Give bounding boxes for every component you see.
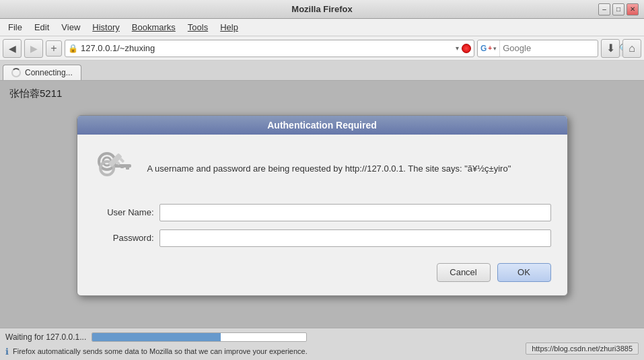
forward-button[interactable]: ▶ — [24, 39, 43, 58]
url-bar[interactable]: 🔒 ▾ — [65, 40, 474, 57]
svg-rect-4 — [120, 164, 124, 168]
modal-body: A username and password are being reques… — [77, 135, 567, 295]
waiting-text: Waiting for 127.0.0.1... — [5, 332, 86, 342]
modal-title-bar: Authentication Required — [77, 116, 567, 135]
status-url: https://blog.csdn.net/zhuri3885 — [526, 343, 639, 355]
modal-title: Authentication Required — [267, 120, 377, 131]
menu-help[interactable]: Help — [215, 21, 244, 34]
search-engine-button[interactable]: G + ▾ — [478, 40, 500, 57]
new-tab-button[interactable]: + — [46, 40, 62, 57]
menu-edit[interactable]: Edit — [29, 21, 55, 34]
username-input[interactable] — [159, 204, 551, 221]
toolbar: ◀ ▶ + 🔒 ▾ G + ▾ 🔍 ⬇ ⌂ — [0, 36, 644, 61]
menu-view[interactable]: View — [56, 21, 85, 34]
search-engine-plus: + — [488, 44, 492, 52]
username-row: User Name: — [94, 204, 551, 221]
tab-label: Connecting... — [25, 68, 73, 77]
cancel-button[interactable]: Cancel — [437, 263, 491, 282]
modal-message: A username and password are being reques… — [147, 162, 511, 176]
status-url-text: https://blog.csdn.net/zhuri3885 — [526, 343, 639, 355]
back-icon: ◀ — [9, 43, 16, 54]
password-input[interactable] — [159, 229, 551, 247]
lock-icon: 🔒 — [68, 44, 78, 53]
modal-overlay: Authentication Required — [0, 81, 644, 330]
tab-bar: Connecting... — [0, 61, 644, 81]
status-info-text: Firefox automatically sends some data to… — [13, 347, 308, 355]
url-input[interactable] — [81, 43, 453, 53]
search-engine-label: G — [480, 44, 487, 53]
search-dropdown-icon: ▾ — [493, 45, 497, 52]
stop-button[interactable] — [462, 44, 471, 53]
menu-file[interactable]: File — [3, 21, 28, 34]
menu-tools[interactable]: Tools — [182, 21, 213, 34]
menu-history[interactable]: History — [87, 21, 124, 34]
search-bar[interactable]: G + ▾ 🔍 — [477, 40, 598, 57]
close-button[interactable]: ✕ — [627, 3, 639, 15]
info-icon: ℹ — [5, 347, 9, 357]
key-icon — [94, 148, 134, 190]
downloads-button[interactable]: ⬇ — [601, 39, 620, 58]
home-button[interactable]: ⌂ — [622, 39, 641, 58]
loading-spinner — [11, 68, 21, 77]
window-title: Mozilla Firefox — [46, 4, 598, 14]
plus-icon: + — [50, 42, 57, 55]
modal-message-row: A username and password are being reques… — [94, 148, 551, 190]
username-label: User Name: — [94, 207, 154, 217]
home-icon: ⌂ — [629, 42, 635, 55]
main-content: 张怡蓉5211 Authentication Required — [0, 81, 644, 330]
menu-bar: File Edit View History Bookmarks Tools H… — [0, 19, 644, 36]
auth-dialog: Authentication Required — [77, 115, 568, 296]
menu-bookmarks[interactable]: Bookmarks — [127, 21, 181, 34]
ok-button[interactable]: OK — [497, 263, 551, 282]
active-tab[interactable]: Connecting... — [3, 65, 81, 80]
url-dropdown-icon[interactable]: ▾ — [456, 44, 459, 52]
maximize-button[interactable]: □ — [612, 3, 624, 15]
title-bar: Mozilla Firefox – □ ✕ — [0, 0, 644, 19]
download-icon: ⬇ — [606, 42, 615, 55]
minimize-button[interactable]: – — [598, 3, 610, 15]
status-bar: Waiting for 127.0.0.1... ℹ Firefox autom… — [0, 328, 644, 360]
modal-buttons: Cancel OK — [94, 258, 551, 282]
back-button[interactable]: ◀ — [3, 39, 22, 58]
progress-bar-bg — [92, 332, 307, 342]
svg-rect-3 — [126, 164, 129, 170]
password-label: Password: — [94, 233, 154, 243]
status-progress-row: Waiting for 127.0.0.1... — [5, 332, 639, 342]
forward-icon: ▶ — [30, 43, 38, 54]
progress-bar-fill — [92, 333, 221, 341]
password-row: Password: — [94, 229, 551, 247]
window-controls: – □ ✕ — [598, 3, 639, 15]
